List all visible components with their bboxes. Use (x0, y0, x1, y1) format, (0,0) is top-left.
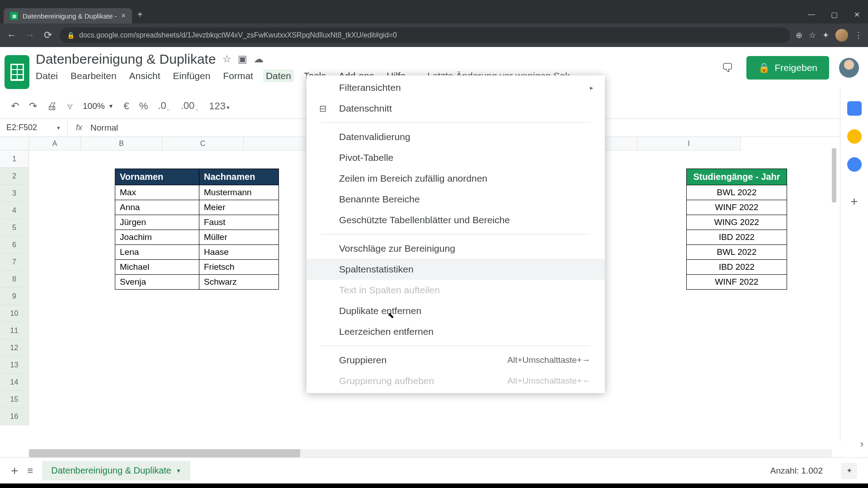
extensions-icon[interactable]: ✦ (822, 30, 829, 40)
menu-geschuetzte-bereiche[interactable]: Geschützte Tabellenblätter und Bereiche (307, 210, 605, 230)
forward-button[interactable]: → (24, 29, 36, 41)
keep-icon[interactable] (847, 129, 862, 144)
row-header[interactable]: 6 (0, 236, 29, 253)
menu-datenvalidierung[interactable]: Datenvalidierung (307, 127, 605, 147)
table-cell[interactable]: IBD 2022 (687, 230, 787, 245)
row-header[interactable]: 12 (0, 339, 29, 357)
table-cell[interactable]: Meier (199, 200, 279, 215)
table-cell[interactable]: Svenja (115, 275, 199, 290)
table-cell[interactable]: BWL 2022 (687, 185, 787, 200)
menu-format[interactable]: Format (223, 70, 253, 81)
vertical-scrollbar[interactable] (832, 148, 838, 419)
row-header[interactable]: 14 (0, 374, 29, 391)
redo-icon[interactable]: ↷ (29, 100, 37, 112)
col-header[interactable]: A (29, 137, 81, 150)
back-button[interactable]: ← (5, 29, 18, 41)
menu-daten[interactable]: Daten (263, 70, 294, 82)
close-tab-icon[interactable]: × (121, 12, 125, 20)
zoom-dropdown[interactable]: 100% ▼ (83, 101, 114, 111)
table-cell[interactable]: Mustermann (199, 185, 279, 200)
table-cell[interactable]: WING 2022 (687, 215, 787, 230)
table-cell[interactable]: Faust (199, 215, 279, 230)
table-cell[interactable]: Haase (199, 245, 279, 260)
menu-benannte-bereiche[interactable]: Benannte Bereiche (307, 189, 605, 210)
increase-decimal-icon[interactable]: .00→ (181, 100, 199, 112)
row-header[interactable]: 11 (0, 322, 29, 339)
tasks-icon[interactable] (847, 157, 862, 172)
row-header[interactable]: 7 (0, 253, 29, 271)
all-sheets-button[interactable]: ≡ (27, 465, 33, 477)
bookmark-icon[interactable]: ☆ (809, 30, 816, 40)
menu-gruppieren[interactable]: GruppierenAlt+Umschalttaste+→ (307, 350, 605, 371)
menu-ansicht[interactable]: Ansicht (129, 70, 160, 81)
explore-button[interactable]: ✦ (841, 463, 857, 479)
row-header[interactable]: 13 (0, 357, 29, 374)
table-cell[interactable]: BWL 2022 (687, 245, 787, 260)
table-cell[interactable]: Müller (199, 230, 279, 245)
row-header[interactable]: 9 (0, 288, 29, 305)
menu-spaltenstatistiken[interactable]: Spaltenstatistiken (307, 259, 605, 280)
menu-vorschlaege-bereinigung[interactable]: Vorschläge zur Bereinigung (307, 238, 605, 259)
table-cell[interactable]: Michael (115, 260, 199, 275)
comments-icon[interactable]: 🗨 (718, 59, 736, 77)
table-cell[interactable]: Frietsch (199, 260, 279, 275)
table-cell[interactable]: Jürgen (115, 215, 199, 230)
col-header[interactable]: B (81, 137, 162, 150)
table-cell[interactable]: WINF 2022 (687, 275, 787, 290)
url-field[interactable]: 🔒 docs.google.com/spreadsheets/d/1Jevzbk… (60, 28, 790, 43)
menu-pivot-tabelle[interactable]: Pivot-Tabelle (307, 147, 605, 168)
paint-format-icon[interactable]: ⟇ (67, 100, 73, 112)
col-header[interactable]: I (637, 137, 741, 150)
account-avatar[interactable] (839, 58, 859, 78)
document-title[interactable]: Datenbereinigung & Duplikate (36, 52, 216, 67)
row-header[interactable]: 10 (0, 305, 29, 322)
col-header[interactable]: C (162, 137, 244, 150)
decrease-decimal-icon[interactable]: .0← (158, 100, 170, 112)
table-cell[interactable]: Max (115, 185, 199, 200)
profile-avatar-icon[interactable] (835, 29, 848, 42)
table-cell[interactable]: Schwarz (199, 275, 279, 290)
new-tab-button[interactable]: + (137, 9, 143, 23)
print-icon[interactable]: 🖨 (47, 100, 57, 112)
menu-bearbeiten[interactable]: Bearbeiten (71, 70, 117, 81)
sheets-logo-icon[interactable] (5, 55, 29, 89)
add-sheet-button[interactable]: + (11, 464, 18, 478)
horizontal-scrollbar[interactable] (29, 449, 832, 457)
maximize-icon[interactable]: ▢ (823, 10, 845, 19)
minimize-icon[interactable]: — (800, 10, 823, 19)
menu-datenschnitt[interactable]: ⊟Datenschnitt (307, 98, 605, 119)
table-cell[interactable]: IBD 2022 (687, 260, 787, 275)
move-icon[interactable]: ▣ (238, 53, 247, 65)
menu-duplikate-entfernen[interactable]: Duplikate entfernen (307, 300, 605, 321)
menu-datei[interactable]: Datei (36, 70, 58, 81)
share-button[interactable]: 🔒 Freigeben (746, 56, 829, 80)
undo-icon[interactable]: ↶ (11, 100, 19, 112)
row-header[interactable]: 3 (0, 185, 29, 202)
calendar-icon[interactable] (847, 101, 862, 116)
formula-value[interactable]: Normal (90, 123, 118, 133)
row-header[interactable]: 4 (0, 202, 29, 219)
browser-tab[interactable]: ▦ Datenbereinigung & Duplikate - × (4, 8, 132, 23)
close-window-icon[interactable]: ✕ (845, 10, 868, 19)
table-cell[interactable]: WINF 2022 (687, 200, 787, 215)
cloud-status-icon[interactable]: ☁ (254, 53, 264, 65)
menu-filteransichten[interactable]: Filteransichten (307, 77, 605, 98)
reload-button[interactable]: ⟳ (42, 29, 54, 41)
sheet-tab[interactable]: Datenbereinigung & Duplikate ▼ (42, 461, 190, 480)
currency-icon[interactable]: € (124, 100, 129, 112)
row-header[interactable]: 15 (0, 391, 29, 408)
menu-einfuegen[interactable]: Einfügen (173, 70, 210, 81)
row-header[interactable]: 16 (0, 408, 29, 425)
row-header[interactable]: 8 (0, 271, 29, 288)
row-header[interactable]: 1 (0, 150, 29, 168)
browser-menu-icon[interactable]: ⋮ (854, 30, 863, 40)
table-cell[interactable]: Anna (115, 200, 199, 215)
table-cell[interactable]: Joachim (115, 230, 199, 245)
menu-zeilen-zufall[interactable]: Zeilen im Bereich zufällig anordnen (307, 168, 605, 189)
table-cell[interactable]: Lena (115, 245, 199, 260)
side-panel-toggle-icon[interactable]: › (860, 438, 863, 450)
name-box[interactable]: E2:F502 ▼ (0, 119, 68, 136)
status-count[interactable]: Anzahl: 1.002 (770, 466, 823, 476)
row-header[interactable]: 2 (0, 168, 29, 185)
number-format-dropdown[interactable]: 123▼ (209, 100, 231, 112)
